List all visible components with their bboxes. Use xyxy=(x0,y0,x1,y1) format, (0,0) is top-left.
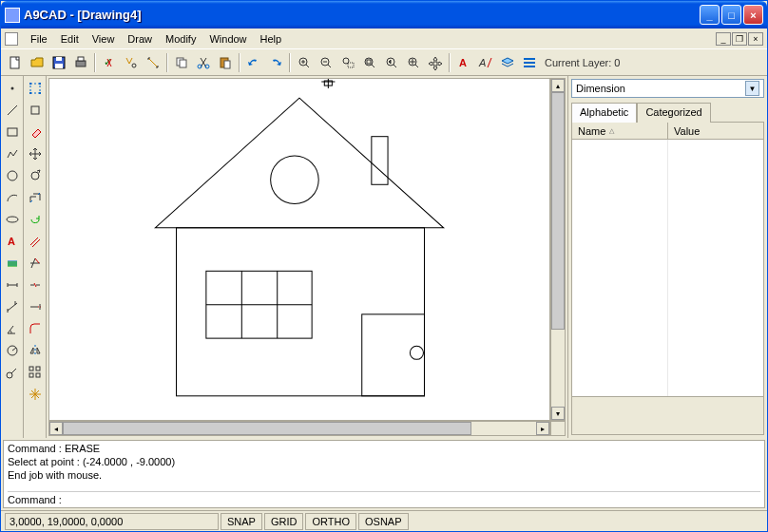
dim-radius-icon[interactable] xyxy=(2,340,23,361)
svg-rect-9 xyxy=(180,60,186,67)
menu-edit[interactable]: Edit xyxy=(54,31,86,47)
svg-rect-42 xyxy=(29,373,33,377)
refresh-icon[interactable] xyxy=(25,209,46,230)
scroll-down-icon: ▾ xyxy=(551,407,565,420)
redo-icon[interactable] xyxy=(265,52,286,73)
svg-point-30 xyxy=(7,217,18,222)
vertical-scrollbar[interactable]: ▴ ▾ xyxy=(550,78,566,421)
horizontal-scrollbar[interactable]: ◂ ▸ xyxy=(48,421,550,436)
trim-icon[interactable] xyxy=(25,253,46,274)
command-input[interactable]: Command : xyxy=(8,491,760,505)
mdi-doc-icon xyxy=(5,32,18,46)
svg-rect-44 xyxy=(372,137,388,185)
rotate-icon[interactable] xyxy=(25,165,46,186)
break-icon[interactable] xyxy=(25,275,46,295)
open-icon[interactable] xyxy=(27,52,48,73)
copy-icon[interactable] xyxy=(171,52,192,73)
svg-rect-51 xyxy=(362,314,425,396)
ortho-toggle[interactable]: ORTHO xyxy=(305,513,356,530)
array-icon[interactable] xyxy=(25,362,46,383)
close-button[interactable]: × xyxy=(743,5,763,25)
distance-icon[interactable] xyxy=(143,52,163,73)
chevron-down-icon[interactable]: ▼ xyxy=(745,81,759,96)
minimize-button[interactable]: _ xyxy=(700,5,720,25)
svg-rect-34 xyxy=(30,84,40,93)
fillet-icon[interactable] xyxy=(25,318,46,339)
cut-icon[interactable] xyxy=(193,52,214,73)
menu-modify[interactable]: Modify xyxy=(159,31,202,47)
mdi-close-button[interactable]: × xyxy=(748,32,763,46)
mdi-restore-button[interactable]: ❐ xyxy=(732,32,747,46)
grid-toggle[interactable]: GRID xyxy=(264,513,304,530)
dim-aligned-icon[interactable] xyxy=(2,296,23,317)
svg-rect-24 xyxy=(524,58,535,60)
save-icon[interactable] xyxy=(48,52,69,73)
move-rect-icon[interactable] xyxy=(25,100,46,121)
snap-toggle[interactable]: SNAP xyxy=(221,513,262,530)
rectangle-icon[interactable] xyxy=(2,122,23,142)
dim-angular-icon[interactable] xyxy=(2,318,23,339)
mdi-minimize-button[interactable]: _ xyxy=(716,32,731,46)
ellipse-icon[interactable] xyxy=(2,209,23,230)
menu-window[interactable]: Window xyxy=(202,31,253,47)
svg-point-7 xyxy=(132,64,136,67)
drawing-canvas[interactable] xyxy=(48,78,550,421)
modify-toolbar xyxy=(24,76,47,438)
text-icon[interactable]: A xyxy=(2,231,23,252)
menu-draw[interactable]: Draw xyxy=(121,31,159,47)
svg-rect-2 xyxy=(56,57,62,61)
dim-linear-icon[interactable] xyxy=(2,275,23,295)
new-icon[interactable] xyxy=(5,52,26,73)
find-icon[interactable] xyxy=(121,52,142,73)
svg-point-27 xyxy=(11,87,14,90)
leader-icon[interactable] xyxy=(2,362,23,383)
menu-help[interactable]: Help xyxy=(254,31,289,47)
svg-rect-41 xyxy=(36,367,40,370)
pan-icon[interactable] xyxy=(425,52,446,73)
tab-alphabetic[interactable]: Alphabetic xyxy=(571,103,637,123)
line-icon[interactable] xyxy=(2,100,23,121)
property-grid[interactable]: Name△ Value xyxy=(571,122,764,435)
menu-file[interactable]: File xyxy=(24,31,54,47)
erase-icon[interactable] xyxy=(25,122,46,142)
explode-icon[interactable] xyxy=(25,384,46,405)
zoom-window-icon[interactable] xyxy=(337,52,358,73)
offset-icon[interactable] xyxy=(25,231,46,252)
zoom-out-icon[interactable] xyxy=(316,52,336,73)
polyline-icon[interactable] xyxy=(2,143,23,164)
undo-icon[interactable] xyxy=(243,52,264,73)
svg-point-52 xyxy=(410,346,423,359)
layer-icon[interactable] xyxy=(497,52,518,73)
menu-view[interactable]: View xyxy=(86,31,122,47)
zoom-realtime-icon[interactable] xyxy=(403,52,424,73)
extend-icon[interactable] xyxy=(25,296,46,317)
arc-icon[interactable] xyxy=(2,187,23,208)
print-icon[interactable] xyxy=(70,52,91,73)
osnap-toggle[interactable]: OSNAP xyxy=(358,513,409,530)
properties-icon[interactable] xyxy=(519,52,540,73)
scale-icon[interactable] xyxy=(25,187,46,208)
dim-style-icon[interactable]: A xyxy=(475,52,496,73)
circle-icon[interactable] xyxy=(2,165,23,186)
spellcheck-icon[interactable]: ✓ xyxy=(99,52,120,73)
paste-icon[interactable] xyxy=(215,52,236,73)
svg-point-29 xyxy=(8,171,17,180)
zoom-prev-icon[interactable] xyxy=(381,52,402,73)
object-type-dropdown[interactable]: Dimension ▼ xyxy=(571,79,764,98)
svg-rect-3 xyxy=(55,64,63,68)
mirror-icon[interactable] xyxy=(25,340,46,361)
svg-rect-0 xyxy=(10,57,19,68)
sort-asc-icon: △ xyxy=(609,127,614,135)
zoom-in-icon[interactable] xyxy=(294,52,315,73)
text-style-icon[interactable]: A xyxy=(453,52,474,73)
zoom-extents-icon[interactable] xyxy=(359,52,380,73)
hatch-icon[interactable] xyxy=(2,253,23,274)
svg-rect-25 xyxy=(524,62,535,64)
tab-categorized[interactable]: Categorized xyxy=(637,103,710,123)
move-icon[interactable] xyxy=(25,143,46,164)
select-region-icon[interactable] xyxy=(25,78,46,99)
maximize-button[interactable]: □ xyxy=(721,5,741,25)
svg-rect-39 xyxy=(31,106,39,114)
svg-rect-5 xyxy=(78,57,84,61)
point-icon[interactable] xyxy=(2,78,23,99)
